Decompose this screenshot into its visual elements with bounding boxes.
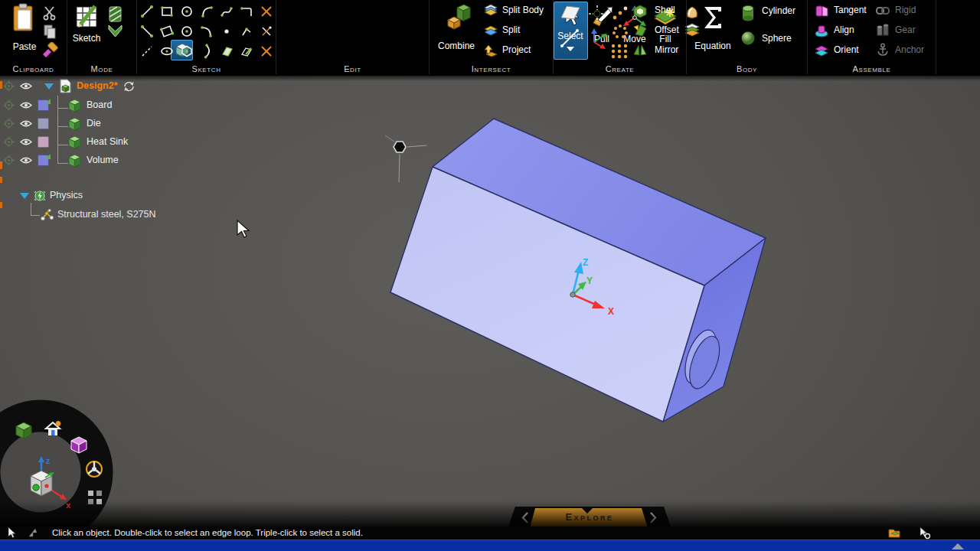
- physics-label[interactable]: Physics: [50, 190, 83, 201]
- circular-pattern-icon[interactable]: [612, 24, 629, 39]
- visibility-eye-icon[interactable]: [20, 138, 32, 146]
- sketch-tool-polyline[interactable]: [240, 24, 253, 38]
- offset-label[interactable]: Offset: [655, 24, 679, 35]
- sketch-tool-circle[interactable]: [180, 5, 194, 18]
- axes-icon[interactable]: [587, 28, 609, 49]
- mirror-icon[interactable]: [632, 43, 648, 57]
- expand-triangle-icon[interactable]: [44, 83, 54, 90]
- grid-pattern-icon[interactable]: [610, 43, 629, 60]
- split-label[interactable]: Split: [502, 24, 520, 35]
- sketch-tool-trim[interactable]: [260, 24, 273, 38]
- notification-folder-icon[interactable]: [888, 527, 902, 539]
- sketch-tool-delete[interactable]: [260, 5, 273, 18]
- cut-scissors-icon[interactable]: [42, 5, 57, 21]
- split-body-label[interactable]: Split Body: [502, 5, 544, 15]
- visibility-eye-icon[interactable]: [20, 119, 32, 128]
- sketch-tool-two-point-line[interactable]: [140, 24, 154, 38]
- split-body-icon[interactable]: [483, 4, 498, 17]
- sketch-tool-line[interactable]: [140, 5, 154, 18]
- sketch-tool-arc[interactable]: [200, 24, 214, 38]
- orient-label[interactable]: Orient: [834, 44, 859, 55]
- linear-pattern-icon[interactable]: [612, 5, 629, 21]
- sketch-tool-ellipse[interactable]: [180, 24, 194, 38]
- tree-row-physics[interactable]: Physics: [0, 188, 214, 204]
- zoom-cursor-icon[interactable]: [919, 527, 931, 540]
- sketch-tool-offset-ellipse[interactable]: [160, 44, 174, 58]
- line-icon[interactable]: [560, 28, 580, 48]
- locate-target-icon[interactable]: [3, 80, 15, 92]
- offset-icon[interactable]: [632, 24, 648, 37]
- 3d-viewport[interactable]: Z Y X: [0, 76, 980, 527]
- sketch-tool-corner-line[interactable]: [240, 5, 253, 18]
- visibility-eye-icon[interactable]: [20, 82, 32, 90]
- spin-wheel-icon[interactable]: [85, 460, 103, 478]
- align-icon[interactable]: [814, 24, 829, 38]
- tree-item-label[interactable]: Volume: [87, 155, 119, 165]
- sketch-tool-plane-region[interactable]: [220, 44, 234, 58]
- sketch-tool-polygon[interactable]: [180, 44, 194, 58]
- rigid-icon[interactable]: [875, 5, 890, 17]
- tangent-icon[interactable]: [814, 4, 829, 18]
- format-painter-icon[interactable]: [41, 42, 58, 57]
- tree-row-board[interactable]: Board: [0, 98, 214, 113]
- sketch-tool-three-point-rectangle[interactable]: [158, 22, 175, 40]
- pull-cube-icon[interactable]: [15, 421, 33, 439]
- cylinder-icon[interactable]: [740, 5, 756, 22]
- visibility-eye-icon[interactable]: [20, 101, 32, 109]
- anchor-icon[interactable]: [876, 43, 890, 57]
- tree-item-label[interactable]: Heat Sink: [87, 136, 128, 147]
- taskbar-up-arrow-icon[interactable]: [952, 543, 964, 549]
- shell-label[interactable]: Shell: [655, 5, 675, 15]
- sync-refresh-icon[interactable]: [122, 80, 136, 93]
- paste-button[interactable]: Paste: [6, 2, 43, 60]
- sketch-tool-rectangle[interactable]: [160, 5, 174, 18]
- split-icon[interactable]: [483, 24, 498, 37]
- sphere-icon[interactable]: [740, 31, 756, 46]
- down-chevron-icon[interactable]: [106, 24, 124, 39]
- align-label[interactable]: Align: [834, 24, 854, 35]
- select-cursor-icon[interactable]: [8, 527, 17, 539]
- tree-item-label[interactable]: Board: [87, 99, 112, 110]
- secondary-cursor-icon[interactable]: [28, 527, 38, 538]
- locate-target-icon[interactable]: [3, 118, 15, 129]
- material-label[interactable]: Structural steel, S275N: [57, 209, 156, 220]
- tree-row-volume[interactable]: Volume: [0, 153, 214, 168]
- tree-row-heat-sink[interactable]: Heat Sink: [0, 135, 214, 150]
- project-label[interactable]: Project: [502, 44, 531, 55]
- heat-sink-color-swatch[interactable]: [38, 136, 49, 148]
- sketch-point-marker[interactable]: [385, 135, 426, 182]
- sketch-tool-project-to-sketch[interactable]: [240, 44, 253, 58]
- section-hatch-icon[interactable]: [106, 5, 124, 23]
- locate-target-icon[interactable]: [3, 155, 15, 166]
- sketch-tool-point[interactable]: [220, 24, 234, 38]
- copy-icon[interactable]: [43, 24, 57, 39]
- locate-target-icon[interactable]: [3, 99, 15, 111]
- mirror-label[interactable]: Mirror: [655, 44, 678, 55]
- taskbar[interactable]: [0, 540, 980, 551]
- tree-item-label[interactable]: Die: [87, 118, 101, 129]
- project-icon[interactable]: [483, 44, 498, 57]
- solid-body-icon[interactable]: [70, 435, 88, 454]
- visibility-eye-icon[interactable]: [20, 156, 32, 165]
- sphere-label[interactable]: Sphere: [762, 33, 792, 44]
- sketch-tool-spline[interactable]: [220, 5, 234, 18]
- tree-row-design[interactable]: Design2*: [0, 79, 214, 94]
- die-color-swatch[interactable]: [38, 118, 49, 129]
- sketch-mode-button[interactable]: Sketch: [69, 2, 104, 46]
- design-title[interactable]: Design2*: [77, 80, 118, 91]
- cylinder-label[interactable]: Cylinder: [762, 5, 795, 16]
- tree-row-material[interactable]: Structural steel, S275N: [0, 207, 214, 223]
- sketch-tool-construction-line[interactable]: [140, 44, 154, 58]
- point-icon[interactable]: [587, 4, 607, 24]
- sketch-tool-delete-region[interactable]: [260, 44, 273, 58]
- locate-target-icon[interactable]: [3, 136, 15, 148]
- expand-triangle-icon[interactable]: [20, 193, 29, 199]
- tangent-label[interactable]: Tangent: [834, 5, 867, 15]
- tree-row-die[interactable]: Die: [0, 116, 214, 132]
- home-view-icon[interactable]: [44, 419, 62, 438]
- shell-icon[interactable]: [632, 5, 648, 18]
- orient-icon[interactable]: [814, 44, 829, 57]
- gear-icon[interactable]: [875, 24, 890, 37]
- plane-icon[interactable]: [560, 5, 581, 20]
- sketch-tool-tangent-arc[interactable]: [200, 5, 214, 18]
